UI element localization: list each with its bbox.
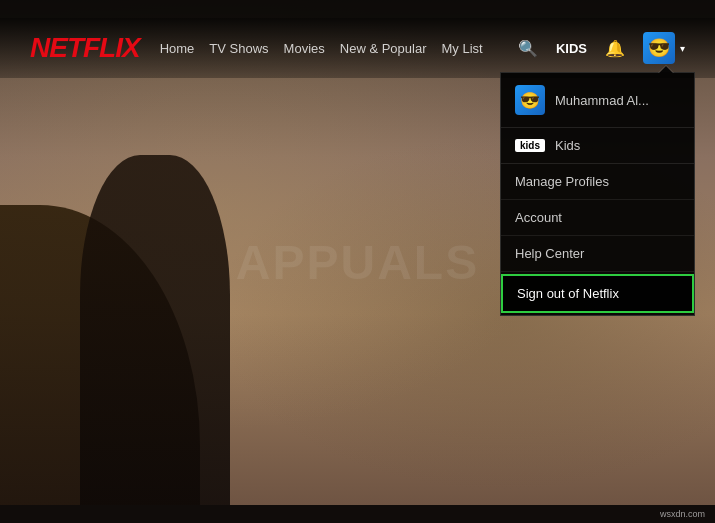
account-item[interactable]: Account [501, 200, 694, 236]
kids-button[interactable]: KIDS [556, 41, 587, 56]
bottom-url-text: wsxdn.com [660, 509, 705, 519]
nav-right: 🔍 KIDS 🔔 😎 ▾ [518, 32, 685, 64]
notification-button[interactable]: 🔔 [605, 39, 625, 58]
sign-out-item[interactable]: Sign out of Netflix [501, 274, 694, 313]
main-profile-item[interactable]: 😎 Muhammad Al... [501, 73, 694, 128]
nav-left: NETFLIX Home TV Shows Movies New & Popul… [30, 32, 518, 64]
netflix-logo: NETFLIX [30, 32, 140, 64]
dropdown-arrow-icon: ▾ [680, 43, 685, 54]
nav-my-list[interactable]: My List [442, 41, 483, 56]
manage-profiles-item[interactable]: Manage Profiles [501, 164, 694, 200]
search-button[interactable]: 🔍 [518, 39, 538, 58]
nav-links: Home TV Shows Movies New & Popular My Li… [160, 41, 483, 56]
profile-dropdown: 😎 Muhammad Al... kids Kids Manage Profil… [500, 72, 695, 316]
nav-new-popular[interactable]: New & Popular [340, 41, 427, 56]
profile-menu-button[interactable]: 😎 ▾ [643, 32, 685, 64]
main-profile-name: Muhammad Al... [555, 93, 649, 108]
nav-bar: NETFLIX Home TV Shows Movies New & Popul… [0, 18, 715, 78]
help-center-item[interactable]: Help Center [501, 236, 694, 272]
kids-profile-label: Kids [555, 138, 580, 153]
bottom-bar: wsxdn.com [0, 505, 715, 523]
kids-profile-item[interactable]: kids Kids [501, 128, 694, 164]
person-silhouette-center [80, 155, 230, 505]
main-profile-avatar: 😎 [515, 85, 545, 115]
nav-movies[interactable]: Movies [284, 41, 325, 56]
top-bar [0, 0, 715, 18]
nav-home[interactable]: Home [160, 41, 195, 56]
profile-avatar-icon: 😎 [643, 32, 675, 64]
nav-tv-shows[interactable]: TV Shows [209, 41, 268, 56]
screenshot-container: APPUALS NETFLIX Home TV Shows Movies New… [0, 0, 715, 523]
kids-badge: kids [515, 139, 545, 152]
